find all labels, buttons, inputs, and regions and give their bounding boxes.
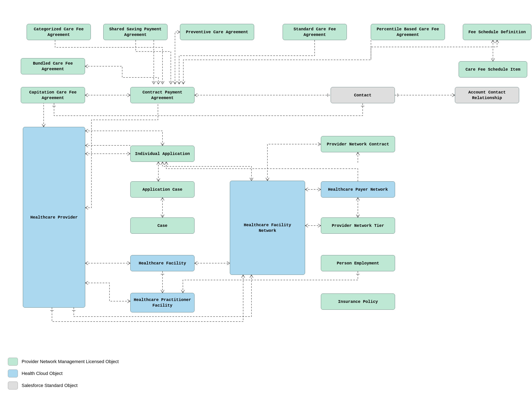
svg-line-1 <box>161 81 162 84</box>
svg-line-42 <box>162 143 164 146</box>
svg-line-88 <box>318 144 321 146</box>
legend-row-2: Salesforce Standard Object <box>8 381 77 390</box>
svg-line-22 <box>158 81 160 84</box>
svg-line-78 <box>227 263 230 265</box>
svg-line-9 <box>173 81 175 84</box>
node-appcase: Application Case <box>130 181 195 197</box>
svg-line-15 <box>497 40 499 43</box>
svg-line-47 <box>85 152 88 154</box>
svg-line-91 <box>318 188 321 189</box>
svg-line-26 <box>127 93 130 95</box>
svg-line-102 <box>356 214 358 217</box>
svg-line-89 <box>305 189 308 191</box>
svg-line-75 <box>195 263 197 265</box>
svg-line-92 <box>318 189 321 191</box>
svg-line-38 <box>85 208 88 209</box>
svg-line-100 <box>358 197 360 200</box>
svg-line-41 <box>85 129 88 131</box>
svg-line-59 <box>158 162 160 165</box>
svg-line-65 <box>250 178 251 181</box>
svg-line-44 <box>85 145 88 147</box>
svg-line-12 <box>183 81 185 84</box>
svg-line-53 <box>127 263 130 265</box>
svg-line-36 <box>44 124 45 127</box>
svg-line-67 <box>166 162 168 165</box>
svg-line-81 <box>243 275 245 278</box>
legend-label: Salesforce Standard Object <box>22 383 77 388</box>
svg-line-86 <box>266 178 267 181</box>
svg-line-64 <box>251 178 253 181</box>
svg-line-28 <box>195 95 197 97</box>
svg-line-104 <box>183 290 185 293</box>
svg-line-101 <box>358 214 360 217</box>
svg-line-40 <box>85 131 88 132</box>
legend-label: Provider Network Management Licensed Obj… <box>22 359 119 364</box>
svg-line-6 <box>177 30 180 32</box>
svg-line-52 <box>127 261 130 263</box>
svg-line-74 <box>161 290 162 293</box>
svg-line-83 <box>250 275 251 278</box>
svg-line-105 <box>181 290 183 293</box>
legend-swatch <box>8 358 18 366</box>
svg-line-20 <box>85 66 88 68</box>
node-case: Case <box>130 217 195 234</box>
svg-line-50 <box>85 263 88 265</box>
node-contractpay: Contract PaymentAgreement <box>130 87 195 103</box>
svg-line-84 <box>251 275 253 278</box>
svg-line-49 <box>127 154 130 155</box>
svg-line-33 <box>452 95 455 97</box>
svg-line-37 <box>42 124 44 127</box>
svg-line-3 <box>152 81 154 84</box>
svg-line-66 <box>165 162 166 165</box>
svg-line-95 <box>318 224 321 226</box>
svg-line-18 <box>493 58 494 61</box>
node-provnetcon: Provider Network Contract <box>321 136 395 152</box>
svg-line-24 <box>85 95 88 97</box>
svg-line-98 <box>358 152 360 155</box>
svg-line-94 <box>305 224 308 226</box>
node-provnettier: Provider Network Tier <box>321 217 395 234</box>
svg-line-14 <box>495 40 497 43</box>
node-hpractfac: Healthcare PractitionerFacility <box>130 293 195 312</box>
legend-row-0: Provider Network Management Licensed Obj… <box>8 358 119 366</box>
svg-line-39 <box>85 206 88 208</box>
svg-line-11 <box>178 81 179 84</box>
svg-line-13 <box>182 81 183 84</box>
node-hfacility: Healthcare Facility <box>130 255 195 271</box>
svg-line-85 <box>267 178 269 181</box>
svg-line-69 <box>162 197 164 200</box>
legend-row-1: Health Cloud Object <box>8 370 63 377</box>
svg-line-70 <box>162 214 164 217</box>
legend-swatch <box>8 381 18 390</box>
svg-line-0 <box>162 81 164 84</box>
svg-line-4 <box>171 81 172 84</box>
svg-line-97 <box>356 152 358 155</box>
node-preventive: Preventive Care Agreement <box>180 24 254 40</box>
legend-swatch <box>8 370 18 377</box>
svg-line-19 <box>491 58 493 61</box>
svg-line-29 <box>195 93 197 95</box>
svg-line-71 <box>161 214 162 217</box>
svg-line-27 <box>127 95 130 97</box>
svg-line-76 <box>195 261 197 263</box>
svg-line-90 <box>305 188 308 189</box>
svg-line-8 <box>175 81 177 84</box>
svg-line-32 <box>452 93 455 95</box>
svg-line-99 <box>356 197 358 200</box>
node-bundled: Bundled Care FeeAgreement <box>21 58 85 74</box>
svg-line-56 <box>127 299 130 301</box>
svg-line-60 <box>158 178 160 181</box>
node-feeschedule: Fee Schedule Definition <box>463 24 531 40</box>
node-contact: Contact <box>331 87 395 103</box>
node-capitation: Capitation Care FeeAgreement <box>21 87 85 103</box>
node-carefeesched: Care Fee Schedule Item <box>459 61 527 77</box>
svg-line-73 <box>162 290 164 293</box>
svg-line-96 <box>318 226 321 227</box>
svg-line-43 <box>161 143 162 146</box>
svg-line-62 <box>161 162 162 165</box>
svg-line-51 <box>85 261 88 263</box>
svg-line-77 <box>227 261 230 263</box>
svg-line-63 <box>162 162 164 165</box>
svg-line-87 <box>318 142 321 144</box>
svg-line-45 <box>85 144 88 145</box>
